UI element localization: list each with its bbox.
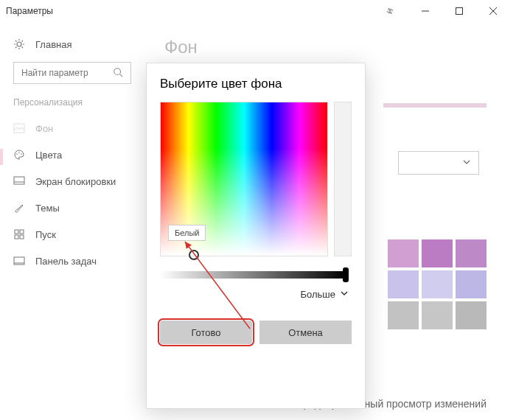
maximize-button[interactable] [442,0,476,22]
sidebar-item-label: Панель задач [35,256,97,267]
sidebar-home-label: Главная [35,39,72,50]
sidebar-item-background[interactable]: Фон [13,115,130,141]
color-swatch[interactable] [388,270,419,298]
sidebar-item-lockscreen[interactable]: Экран блокировки [13,168,130,195]
color-swatch[interactable] [456,239,487,267]
svg-point-9 [18,152,20,153]
color-swatch[interactable] [422,239,453,267]
more-label: Больше [301,289,336,300]
brush-icon [13,202,25,214]
taskbar-icon [13,255,25,267]
svg-rect-15 [15,235,18,239]
background-type-select[interactable] [398,151,479,175]
color-picker-dialog: Выберите цвет фона Белый Больше Готово О… [146,63,366,409]
more-toggle[interactable]: Больше [160,289,352,300]
gear-icon [13,38,25,50]
color-swatch[interactable] [422,301,453,329]
chevron-down-icon [462,156,471,169]
dialog-title: Выберите цвет фона [160,77,352,91]
sync-icon [374,0,408,22]
search-icon [113,67,123,80]
minimize-button[interactable] [408,0,442,22]
sidebar-item-label: Фон [35,123,53,134]
color-swatch[interactable] [456,270,487,298]
sidebar-item-start[interactable]: Пуск [13,221,130,248]
sidebar-item-colors[interactable]: Цвета [13,141,130,168]
accent-strip [383,103,487,108]
active-indicator [0,149,3,165]
color-swatch[interactable] [388,239,419,267]
sidebar-home[interactable]: Главная [13,31,130,57]
window-title: Параметры [6,6,53,16]
lockscreen-icon [13,175,25,187]
done-button[interactable]: Готово [160,321,252,344]
color-cursor[interactable] [189,250,199,260]
start-icon [13,228,25,240]
window-controls [374,0,510,22]
svg-line-6 [120,74,123,77]
sidebar-item-label: Экран блокировки [35,176,116,187]
svg-rect-11 [14,177,24,184]
search-box[interactable] [13,62,131,84]
color-field[interactable]: Белый [160,102,328,256]
svg-point-4 [17,42,21,46]
sidebar-category: Персонализация [13,97,130,108]
color-tooltip: Белый [168,225,206,241]
svg-rect-7 [14,124,24,133]
titlebar: Параметры [0,0,516,22]
svg-rect-1 [456,8,463,15]
sidebar-item-label: Темы [35,203,60,214]
page-title: Фон [164,37,495,57]
slider-thumb[interactable] [343,267,349,282]
value-slider[interactable] [160,271,346,279]
search-input[interactable] [21,68,110,78]
previous-color-swatch [334,102,352,256]
sidebar: Главная Персонализация Фон Цвета Экран [0,22,144,420]
color-swatch-grid [388,239,487,329]
svg-rect-16 [20,235,24,239]
sidebar-item-themes[interactable]: Темы [13,195,130,221]
sidebar-item-label: Пуск [35,229,56,240]
svg-point-5 [114,68,121,74]
svg-rect-14 [20,230,24,234]
sidebar-item-taskbar[interactable]: Панель задач [13,248,130,274]
close-button[interactable] [476,0,510,22]
chevron-down-icon [340,289,349,300]
svg-point-10 [21,153,22,155]
palette-icon [13,149,25,161]
color-swatch[interactable] [388,301,419,329]
color-swatch[interactable] [422,270,453,298]
cancel-button[interactable]: Отмена [259,321,352,344]
color-swatch[interactable] [456,301,487,329]
svg-rect-13 [15,230,18,234]
picture-icon [13,122,25,134]
svg-point-8 [16,153,18,155]
sidebar-item-label: Цвета [35,150,62,161]
